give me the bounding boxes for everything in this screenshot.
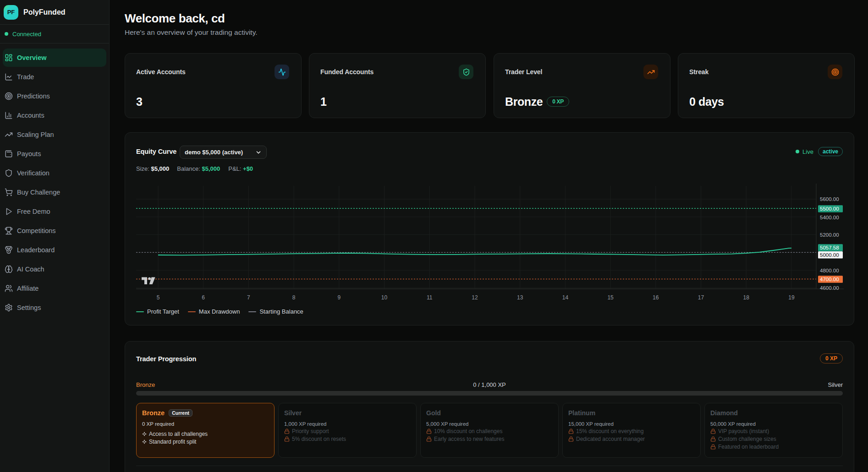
svg-text:5: 5 (157, 294, 160, 301)
svg-text:14: 14 (562, 294, 569, 301)
svg-text:16: 16 (653, 294, 659, 301)
svg-text:11: 11 (427, 294, 433, 301)
svg-text:4600.00: 4600.00 (820, 285, 839, 291)
svg-text:13: 13 (517, 294, 523, 301)
svg-text:18: 18 (743, 294, 750, 301)
svg-text:9: 9 (337, 294, 341, 301)
svg-text:6: 6 (202, 294, 205, 301)
svg-text:5200.00: 5200.00 (820, 232, 839, 238)
svg-text:15: 15 (607, 294, 614, 301)
svg-text:17: 17 (698, 294, 704, 301)
svg-text:19: 19 (788, 294, 795, 301)
svg-text:5400.00: 5400.00 (820, 215, 839, 220)
svg-text:5500.00: 5500.00 (820, 206, 839, 212)
svg-text:4800.00: 4800.00 (820, 268, 839, 273)
svg-text:7: 7 (247, 294, 250, 301)
svg-text:8: 8 (292, 294, 296, 301)
svg-text:5057.58: 5057.58 (820, 245, 839, 250)
svg-text:10: 10 (381, 294, 388, 301)
svg-text:5600.00: 5600.00 (820, 196, 839, 202)
svg-text:5000.00: 5000.00 (820, 252, 839, 258)
svg-text:12: 12 (472, 294, 478, 301)
svg-text:4700.00: 4700.00 (820, 277, 839, 282)
